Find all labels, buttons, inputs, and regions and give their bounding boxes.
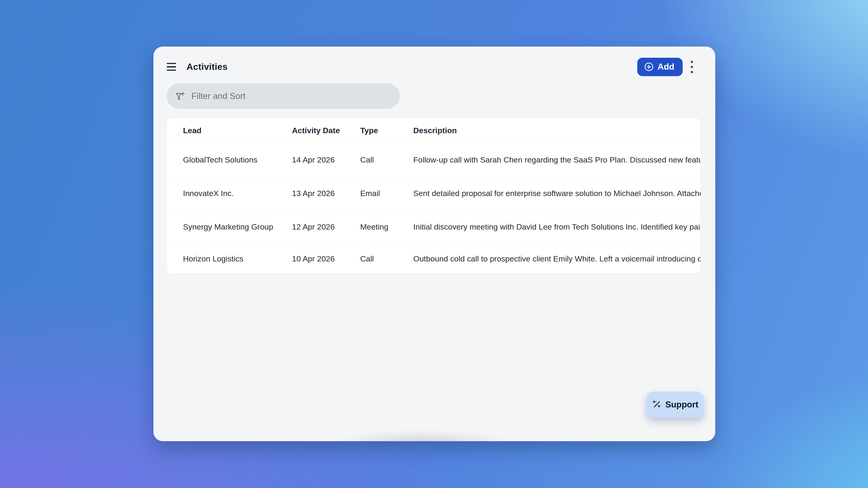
cell-lead: Synergy Marketing Group xyxy=(183,222,292,232)
filter-and-sort-bar[interactable] xyxy=(167,83,400,109)
column-header-description: Description xyxy=(413,126,701,135)
cell-activity-date: 14 Apr 2026 xyxy=(292,155,360,164)
cell-activity-date: 12 Apr 2026 xyxy=(292,222,360,232)
support-button[interactable]: Support xyxy=(646,392,704,418)
cell-description: Initial discovery meeting with David Lee… xyxy=(413,222,701,232)
hamburger-icon xyxy=(167,66,176,67)
filter-input[interactable] xyxy=(191,91,393,101)
add-button[interactable]: Add xyxy=(637,58,683,76)
cell-type: Meeting xyxy=(360,222,413,232)
cell-type: Call xyxy=(360,254,413,263)
hamburger-icon xyxy=(167,70,176,71)
column-header-lead: Lead xyxy=(183,126,292,135)
table-row[interactable]: InnovateX Inc. 13 Apr 2026 Email Sent de… xyxy=(167,177,701,210)
cell-description: Follow-up call with Sarah Chen regarding… xyxy=(413,155,701,164)
cell-lead: Horizon Logistics xyxy=(183,254,292,263)
cell-activity-date: 13 Apr 2026 xyxy=(292,189,360,198)
cell-description: Sent detailed proposal for enterprise so… xyxy=(413,189,701,198)
cell-type: Email xyxy=(360,189,413,198)
table-row[interactable]: Horizon Logistics 10 Apr 2026 Call Outbo… xyxy=(167,244,701,274)
window-header: Activities Add xyxy=(167,58,701,76)
table-row[interactable]: GlobalTech Solutions 14 Apr 2026 Call Fo… xyxy=(167,143,701,177)
cell-activity-date: 10 Apr 2026 xyxy=(292,254,360,263)
plus-circle-icon xyxy=(644,62,654,72)
support-button-label: Support xyxy=(665,400,699,409)
activities-table: Lead Activity Date Type Description Glob… xyxy=(167,118,701,274)
cell-description: Outbound cold call to prospective client… xyxy=(413,254,701,263)
column-header-activity-date: Activity Date xyxy=(292,126,360,135)
magic-wand-icon xyxy=(652,400,661,409)
funnel-plus-icon xyxy=(176,91,185,101)
cell-type: Call xyxy=(360,155,413,164)
cell-lead: GlobalTech Solutions xyxy=(183,155,292,164)
column-header-type: Type xyxy=(360,126,413,135)
table-row[interactable]: Synergy Marketing Group 12 Apr 2026 Meet… xyxy=(167,210,701,244)
page-title: Activities xyxy=(186,62,227,72)
add-button-label: Add xyxy=(657,62,674,72)
activities-window: Activities Add Lead Activity Date Type D… xyxy=(153,47,715,441)
card-bottom-shadow xyxy=(310,423,535,441)
cell-lead: InnovateX Inc. xyxy=(183,189,292,198)
overflow-menu-button[interactable] xyxy=(683,58,701,76)
table-header-row: Lead Activity Date Type Description xyxy=(167,118,701,143)
hamburger-icon xyxy=(167,63,176,64)
kebab-menu-icon xyxy=(691,61,693,73)
hamburger-menu-button[interactable] xyxy=(167,61,176,72)
